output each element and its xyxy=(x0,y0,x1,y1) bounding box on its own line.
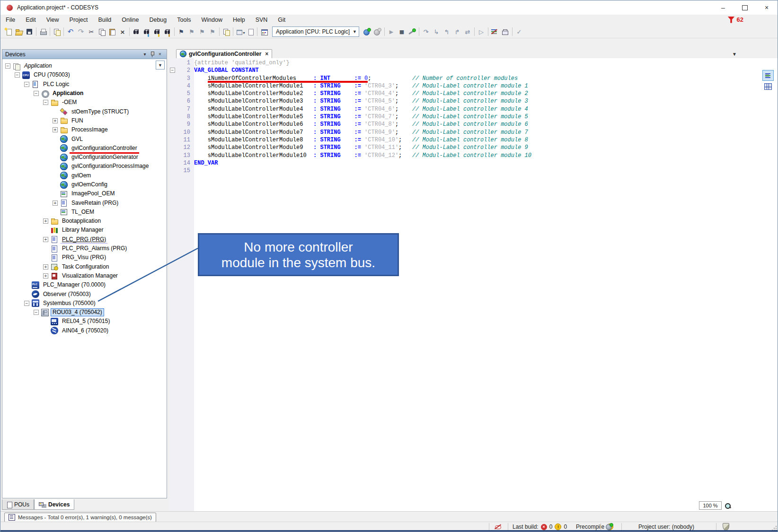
step-out-button[interactable]: ↰ xyxy=(442,26,452,37)
editor-zoom-button[interactable] xyxy=(723,502,733,510)
collapse-box[interactable]: − xyxy=(34,91,39,96)
copy-button[interactable] xyxy=(97,26,107,37)
delete-button[interactable]: × xyxy=(117,26,128,37)
last-build-status[interactable]: Last build: × 0 ! 0 Precompile ! xyxy=(513,523,613,531)
svn-commit-button[interactable]: ✓ xyxy=(514,26,524,37)
tree-item[interactable]: Library Manager xyxy=(2,226,167,235)
code-editor[interactable]: 1{attribute 'qualified_only'}−2VAR_GLOBA… xyxy=(169,58,778,511)
editor-zoom-level[interactable]: 100 % xyxy=(699,501,722,510)
next-bookmark-button[interactable]: ⚑ xyxy=(197,26,207,37)
undo-button[interactable]: ↶ xyxy=(65,26,76,37)
flow-control-button[interactable] xyxy=(490,26,500,37)
step-over-button[interactable]: ↷ xyxy=(421,26,431,37)
expand-box[interactable]: + xyxy=(43,264,48,270)
watch-list-button[interactable] xyxy=(500,26,511,37)
close-button[interactable]: × xyxy=(756,0,778,15)
menu-view[interactable]: View xyxy=(41,15,64,26)
step-into-button[interactable]: ↳ xyxy=(431,26,442,37)
tree-item[interactable]: +FUN xyxy=(2,116,167,125)
clear-bookmarks-button[interactable]: ⚑ xyxy=(207,26,218,37)
tree-item[interactable]: PLC_PRG_Alarms (PRG) xyxy=(2,244,167,253)
compile-status[interactable] xyxy=(605,523,613,531)
fold-collapse-box[interactable]: − xyxy=(169,67,176,74)
tree-item[interactable]: −CPU (705003) xyxy=(2,70,167,79)
expand-box[interactable]: + xyxy=(43,237,48,242)
redo-button[interactable]: ↷ xyxy=(76,26,86,37)
collapse-box[interactable]: − xyxy=(34,310,39,315)
cloud-status[interactable] xyxy=(494,523,502,531)
tree-item[interactable]: PRG_Visu (PRG) xyxy=(2,253,167,262)
collapse-box[interactable]: − xyxy=(15,72,20,78)
expand-box[interactable]: + xyxy=(43,218,48,224)
collapse-box[interactable]: − xyxy=(43,100,48,105)
tree-item[interactable]: −Application xyxy=(2,89,167,98)
input-assistant-button[interactable] xyxy=(235,26,245,37)
cut-button[interactable]: ✂ xyxy=(86,26,97,37)
new-pou-button[interactable] xyxy=(245,26,256,37)
menu-project[interactable]: Project xyxy=(64,15,93,26)
tree-item[interactable]: stOemType (STRUCT) xyxy=(2,107,167,116)
tree-item[interactable]: +Visualization Manager xyxy=(2,271,167,280)
tree-dropdown-button[interactable]: ▼ xyxy=(156,61,165,70)
find-replace-button[interactable] xyxy=(152,26,162,37)
open-project-button[interactable] xyxy=(14,26,24,37)
expand-box[interactable]: + xyxy=(53,127,58,132)
tree-item[interactable]: −Application xyxy=(2,61,167,70)
menu-build[interactable]: Build xyxy=(93,15,116,26)
tree-item[interactable]: +Task Configuration xyxy=(2,262,167,271)
menu-edit[interactable]: Edit xyxy=(20,15,41,26)
reset-button[interactable]: ⇄ xyxy=(462,26,473,37)
menu-tools[interactable]: Tools xyxy=(172,15,196,26)
copy-project-button[interactable] xyxy=(52,26,62,37)
tree-item[interactable]: GVL xyxy=(2,134,167,143)
panel-menu-button[interactable]: ▾ xyxy=(141,51,149,58)
tree-item[interactable]: gvlOemConfig xyxy=(2,180,167,189)
print-button[interactable] xyxy=(38,26,48,37)
expand-box[interactable]: + xyxy=(43,273,48,279)
export-button[interactable] xyxy=(221,26,231,37)
panel-close-button[interactable]: × xyxy=(156,51,164,58)
expand-box[interactable]: + xyxy=(53,118,58,123)
start-button[interactable]: ▶ xyxy=(386,26,397,37)
menu-git[interactable]: Git xyxy=(273,15,291,26)
security-status[interactable] xyxy=(723,523,729,531)
tree-item[interactable]: AIN04_6 (705020) xyxy=(2,326,167,335)
tree-item[interactable]: gvlConfigurationGenerator xyxy=(2,153,167,162)
maximize-button[interactable] xyxy=(734,0,756,15)
notification-filter[interactable]: 62 xyxy=(728,16,743,23)
refactoring-button[interactable] xyxy=(259,26,269,37)
tab-close-icon[interactable]: × xyxy=(265,51,268,57)
find-button[interactable] xyxy=(131,26,141,37)
tree-item[interactable]: ImagePool_OEM xyxy=(2,189,167,198)
tree-item[interactable]: TL_OEM xyxy=(2,208,167,217)
new-project-button[interactable] xyxy=(3,26,14,37)
active-application-combo[interactable]: Application [CPU: PLC Logic] ▼ xyxy=(272,26,359,37)
tree-item[interactable]: +PLC_PRG (PRG) xyxy=(2,235,167,244)
run-to-cursor-button[interactable]: ↱ xyxy=(452,26,462,37)
tree-item[interactable]: Observer (705003) xyxy=(2,289,167,298)
tree-item[interactable]: gvlOem xyxy=(2,171,167,180)
tree-item[interactable]: −Systembus (705000) xyxy=(2,299,167,308)
tree-item[interactable]: gvlConfigurationProcessImage xyxy=(2,162,167,171)
login-button[interactable] xyxy=(362,26,372,37)
replace-all-button[interactable] xyxy=(162,26,173,37)
tab-devices[interactable]: Devices xyxy=(34,499,74,510)
menu-debug[interactable]: Debug xyxy=(144,15,172,26)
device-tree[interactable]: −Application−CPU (705003)−PLC Logic−Appl… xyxy=(2,59,167,498)
build-button[interactable] xyxy=(407,26,417,37)
incremental-search-button[interactable] xyxy=(141,26,152,37)
menu-help[interactable]: Help xyxy=(228,15,250,26)
tabular-view-button[interactable] xyxy=(762,81,774,92)
tab-list-dropdown[interactable]: ▼ xyxy=(732,52,737,57)
logout-button[interactable] xyxy=(372,26,383,37)
stop-button[interactable]: ■ xyxy=(397,26,407,37)
menu-window[interactable]: Window xyxy=(196,15,227,26)
paste-button[interactable] xyxy=(107,26,117,37)
collapse-box[interactable]: − xyxy=(24,301,29,306)
tree-item[interactable]: +ProcessImage xyxy=(2,125,167,134)
toggle-bookmark-button[interactable]: ⚑ xyxy=(176,26,186,37)
expand-box[interactable]: + xyxy=(53,201,58,206)
tree-item[interactable]: +SaveRetain (PRG) xyxy=(2,198,167,207)
previous-bookmark-button[interactable]: ⚑ xyxy=(186,26,197,37)
tab-gvlconfigurationcontroller[interactable]: gvlConfigurationController × xyxy=(176,49,272,58)
